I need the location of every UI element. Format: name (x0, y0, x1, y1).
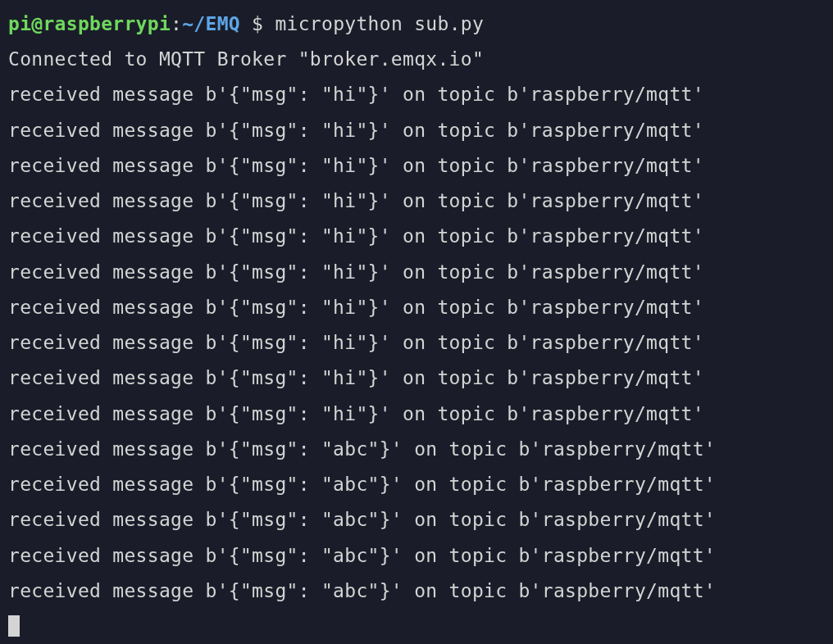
received-message-line: received message b'{"msg": "hi"}' on top… (8, 113, 825, 148)
prompt-command: micropython sub.py (275, 13, 484, 34)
terminal-cursor[interactable] (8, 615, 20, 637)
received-message-line: received message b'{"msg": "hi"}' on top… (8, 148, 825, 184)
terminal-prompt-line: pi@raspberrypi:~/EMQ $ micropython sub.p… (8, 7, 825, 42)
prompt-colon: : (171, 13, 182, 34)
connected-output: Connected to MQTT Broker "broker.emqx.io… (8, 42, 825, 77)
received-message-line: received message b'{"msg": "hi"}' on top… (8, 290, 825, 325)
prompt-dollar: $ (240, 13, 275, 34)
prompt-path: ~/EMQ (182, 13, 240, 34)
received-message-line: received message b'{"msg": "hi"}' on top… (8, 219, 825, 254)
received-messages-container: received message b'{"msg": "hi"}' on top… (8, 77, 825, 609)
received-message-line: received message b'{"msg": "abc"}' on to… (8, 538, 825, 574)
received-message-line: received message b'{"msg": "abc"}' on to… (8, 467, 825, 502)
received-message-line: received message b'{"msg": "abc"}' on to… (8, 432, 825, 467)
received-message-line: received message b'{"msg": "hi"}' on top… (8, 397, 825, 432)
received-message-line: received message b'{"msg": "hi"}' on top… (8, 255, 825, 290)
prompt-user-host: pi@raspberrypi (8, 13, 171, 34)
received-message-line: received message b'{"msg": "abc"}' on to… (8, 574, 825, 609)
received-message-line: received message b'{"msg": "abc"}' on to… (8, 502, 825, 537)
received-message-line: received message b'{"msg": "hi"}' on top… (8, 325, 825, 361)
received-message-line: received message b'{"msg": "hi"}' on top… (8, 77, 825, 112)
received-message-line: received message b'{"msg": "hi"}' on top… (8, 184, 825, 219)
received-message-line: received message b'{"msg": "hi"}' on top… (8, 361, 825, 396)
